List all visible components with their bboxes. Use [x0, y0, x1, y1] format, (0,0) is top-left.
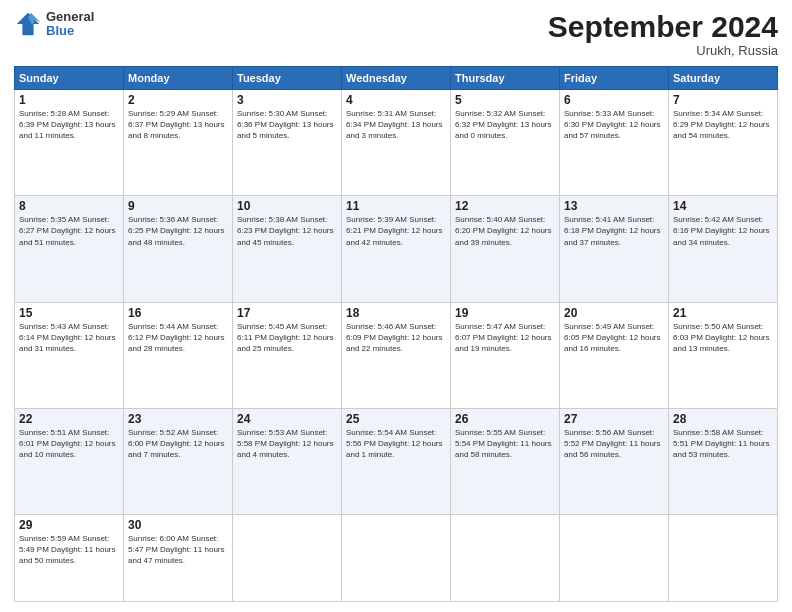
calendar-cell: 19Sunrise: 5:47 AM Sunset: 6:07 PM Dayli… [451, 302, 560, 408]
header-wednesday: Wednesday [342, 67, 451, 90]
header-sunday: Sunday [15, 67, 124, 90]
day-number: 18 [346, 306, 446, 320]
day-number: 20 [564, 306, 664, 320]
calendar-cell: 14Sunrise: 5:42 AM Sunset: 6:16 PM Dayli… [669, 196, 778, 302]
calendar-cell: 15Sunrise: 5:43 AM Sunset: 6:14 PM Dayli… [15, 302, 124, 408]
logo: General Blue [14, 10, 94, 39]
day-number: 9 [128, 199, 228, 213]
calendar-cell: 6Sunrise: 5:33 AM Sunset: 6:30 PM Daylig… [560, 90, 669, 196]
header: General Blue September 2024 Urukh, Russi… [14, 10, 778, 58]
calendar-cell: 1Sunrise: 5:28 AM Sunset: 6:39 PM Daylig… [15, 90, 124, 196]
day-number: 2 [128, 93, 228, 107]
day-number: 27 [564, 412, 664, 426]
day-info: Sunrise: 5:35 AM Sunset: 6:27 PM Dayligh… [19, 214, 119, 248]
calendar-cell: 4Sunrise: 5:31 AM Sunset: 6:34 PM Daylig… [342, 90, 451, 196]
calendar-row-0: 1Sunrise: 5:28 AM Sunset: 6:39 PM Daylig… [15, 90, 778, 196]
calendar-cell: 21Sunrise: 5:50 AM Sunset: 6:03 PM Dayli… [669, 302, 778, 408]
day-number: 13 [564, 199, 664, 213]
day-info: Sunrise: 5:59 AM Sunset: 5:49 PM Dayligh… [19, 533, 119, 567]
calendar-cell: 7Sunrise: 5:34 AM Sunset: 6:29 PM Daylig… [669, 90, 778, 196]
day-info: Sunrise: 5:34 AM Sunset: 6:29 PM Dayligh… [673, 108, 773, 142]
day-number: 30 [128, 518, 228, 532]
day-info: Sunrise: 5:50 AM Sunset: 6:03 PM Dayligh… [673, 321, 773, 355]
logo-general: General [46, 10, 94, 24]
day-info: Sunrise: 5:47 AM Sunset: 6:07 PM Dayligh… [455, 321, 555, 355]
day-info: Sunrise: 5:33 AM Sunset: 6:30 PM Dayligh… [564, 108, 664, 142]
day-number: 17 [237, 306, 337, 320]
title-block: September 2024 Urukh, Russia [548, 10, 778, 58]
calendar-cell [669, 515, 778, 602]
day-number: 1 [19, 93, 119, 107]
day-number: 3 [237, 93, 337, 107]
day-number: 10 [237, 199, 337, 213]
day-info: Sunrise: 5:53 AM Sunset: 5:58 PM Dayligh… [237, 427, 337, 461]
day-info: Sunrise: 5:40 AM Sunset: 6:20 PM Dayligh… [455, 214, 555, 248]
day-number: 14 [673, 199, 773, 213]
day-number: 29 [19, 518, 119, 532]
header-thursday: Thursday [451, 67, 560, 90]
day-info: Sunrise: 5:43 AM Sunset: 6:14 PM Dayligh… [19, 321, 119, 355]
day-number: 7 [673, 93, 773, 107]
day-info: Sunrise: 5:58 AM Sunset: 5:51 PM Dayligh… [673, 427, 773, 461]
header-tuesday: Tuesday [233, 67, 342, 90]
calendar-row-2: 15Sunrise: 5:43 AM Sunset: 6:14 PM Dayli… [15, 302, 778, 408]
header-saturday: Saturday [669, 67, 778, 90]
day-info: Sunrise: 5:36 AM Sunset: 6:25 PM Dayligh… [128, 214, 228, 248]
day-info: Sunrise: 5:41 AM Sunset: 6:18 PM Dayligh… [564, 214, 664, 248]
page: General Blue September 2024 Urukh, Russi… [0, 0, 792, 612]
calendar-cell: 28Sunrise: 5:58 AM Sunset: 5:51 PM Dayli… [669, 408, 778, 514]
day-number: 4 [346, 93, 446, 107]
calendar: Sunday Monday Tuesday Wednesday Thursday… [14, 66, 778, 602]
calendar-cell: 20Sunrise: 5:49 AM Sunset: 6:05 PM Dayli… [560, 302, 669, 408]
location: Urukh, Russia [548, 43, 778, 58]
logo-text: General Blue [46, 10, 94, 39]
day-info: Sunrise: 5:56 AM Sunset: 5:52 PM Dayligh… [564, 427, 664, 461]
calendar-cell [342, 515, 451, 602]
svg-marker-0 [17, 13, 39, 35]
calendar-cell: 9Sunrise: 5:36 AM Sunset: 6:25 PM Daylig… [124, 196, 233, 302]
day-number: 28 [673, 412, 773, 426]
day-number: 11 [346, 199, 446, 213]
calendar-cell: 17Sunrise: 5:45 AM Sunset: 6:11 PM Dayli… [233, 302, 342, 408]
logo-icon [14, 10, 42, 38]
calendar-cell: 27Sunrise: 5:56 AM Sunset: 5:52 PM Dayli… [560, 408, 669, 514]
day-number: 8 [19, 199, 119, 213]
day-number: 6 [564, 93, 664, 107]
calendar-row-1: 8Sunrise: 5:35 AM Sunset: 6:27 PM Daylig… [15, 196, 778, 302]
header-monday: Monday [124, 67, 233, 90]
calendar-cell: 22Sunrise: 5:51 AM Sunset: 6:01 PM Dayli… [15, 408, 124, 514]
day-info: Sunrise: 5:29 AM Sunset: 6:37 PM Dayligh… [128, 108, 228, 142]
day-info: Sunrise: 5:30 AM Sunset: 6:36 PM Dayligh… [237, 108, 337, 142]
calendar-cell [451, 515, 560, 602]
header-friday: Friday [560, 67, 669, 90]
calendar-cell: 16Sunrise: 5:44 AM Sunset: 6:12 PM Dayli… [124, 302, 233, 408]
day-info: Sunrise: 5:46 AM Sunset: 6:09 PM Dayligh… [346, 321, 446, 355]
calendar-cell [560, 515, 669, 602]
calendar-cell: 3Sunrise: 5:30 AM Sunset: 6:36 PM Daylig… [233, 90, 342, 196]
calendar-cell: 12Sunrise: 5:40 AM Sunset: 6:20 PM Dayli… [451, 196, 560, 302]
day-info: Sunrise: 5:31 AM Sunset: 6:34 PM Dayligh… [346, 108, 446, 142]
day-number: 22 [19, 412, 119, 426]
calendar-cell: 25Sunrise: 5:54 AM Sunset: 5:56 PM Dayli… [342, 408, 451, 514]
calendar-cell: 23Sunrise: 5:52 AM Sunset: 6:00 PM Dayli… [124, 408, 233, 514]
day-info: Sunrise: 5:32 AM Sunset: 6:32 PM Dayligh… [455, 108, 555, 142]
day-number: 5 [455, 93, 555, 107]
month-title: September 2024 [548, 10, 778, 43]
day-number: 12 [455, 199, 555, 213]
day-info: Sunrise: 5:52 AM Sunset: 6:00 PM Dayligh… [128, 427, 228, 461]
day-info: Sunrise: 5:44 AM Sunset: 6:12 PM Dayligh… [128, 321, 228, 355]
day-number: 19 [455, 306, 555, 320]
day-info: Sunrise: 5:28 AM Sunset: 6:39 PM Dayligh… [19, 108, 119, 142]
day-info: Sunrise: 5:45 AM Sunset: 6:11 PM Dayligh… [237, 321, 337, 355]
day-number: 26 [455, 412, 555, 426]
calendar-cell: 13Sunrise: 5:41 AM Sunset: 6:18 PM Dayli… [560, 196, 669, 302]
day-info: Sunrise: 5:39 AM Sunset: 6:21 PM Dayligh… [346, 214, 446, 248]
calendar-row-3: 22Sunrise: 5:51 AM Sunset: 6:01 PM Dayli… [15, 408, 778, 514]
calendar-row-4: 29Sunrise: 5:59 AM Sunset: 5:49 PM Dayli… [15, 515, 778, 602]
day-number: 23 [128, 412, 228, 426]
calendar-cell: 30Sunrise: 6:00 AM Sunset: 5:47 PM Dayli… [124, 515, 233, 602]
calendar-cell: 24Sunrise: 5:53 AM Sunset: 5:58 PM Dayli… [233, 408, 342, 514]
day-number: 24 [237, 412, 337, 426]
day-info: Sunrise: 5:54 AM Sunset: 5:56 PM Dayligh… [346, 427, 446, 461]
day-info: Sunrise: 5:51 AM Sunset: 6:01 PM Dayligh… [19, 427, 119, 461]
